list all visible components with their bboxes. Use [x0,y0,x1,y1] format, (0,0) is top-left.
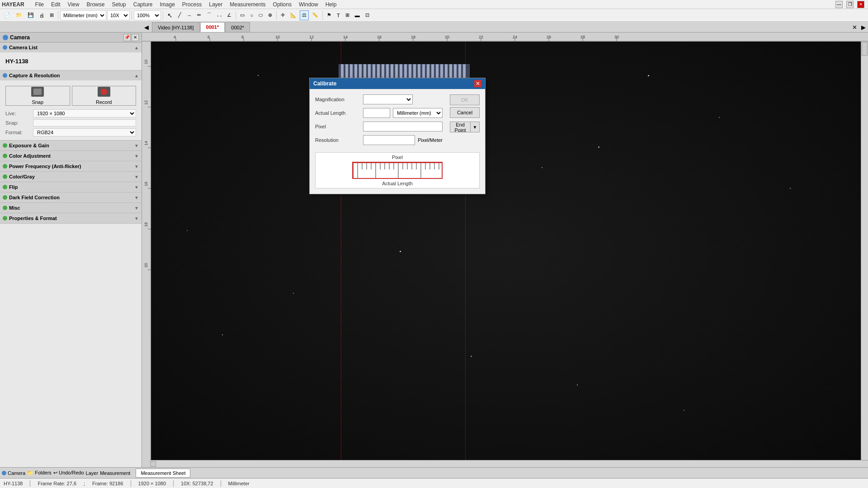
svg-rect-30 [142,42,151,467]
print-btn[interactable]: 🖨 [37,10,47,20]
layout-btn[interactable]: ⊞ [47,10,56,20]
horizontal-scrollbar[interactable] [142,460,868,467]
flip-header[interactable]: Flip ▼ [0,182,142,192]
menu-edit[interactable]: Edit [47,0,64,9]
menu-browse[interactable]: Browse [83,0,108,9]
layer-tab-btn[interactable]: Layer [86,470,99,476]
snap-button[interactable]: Snap [5,86,70,106]
panel-controls: 📌 ✕ [123,34,139,41]
save-btn[interactable]: 💾 [25,10,36,20]
panel-title: Camera [10,34,30,41]
cursor-btn[interactable]: ↖ [165,10,175,20]
magnification-dropdown[interactable] [363,94,413,104]
microscope-bg: 365,400 pixels, 1,000 mm [151,42,861,460]
text-btn[interactable]: T [335,10,342,20]
zoom-percent-select[interactable]: 100% [134,10,161,20]
tab-prev-btn[interactable]: ◀ [142,22,151,32]
circle-btn[interactable]: ○ [248,10,255,20]
magnification-select[interactable]: Millimeter (mm) [60,10,106,20]
resolution-input[interactable]: 365400,00 [363,135,415,145]
dialog-close-btn[interactable]: ✕ [474,80,481,87]
menu-view[interactable]: View [64,0,83,9]
ruler-marks-area [352,162,443,179]
camera-list-header[interactable]: Camera List ▲ [0,42,142,52]
measurement-sheet-tab[interactable]: Measurement Sheet [136,469,190,478]
calibrate-btn[interactable]: ⚖ [300,10,309,20]
dialog-body: Magnification Actual Length 1 [310,89,485,194]
dashed-btn[interactable]: - - [215,10,224,20]
undo-redo-tab-btn[interactable]: ↩ Undo/Redo [53,470,84,476]
panel-pin-btn[interactable]: 📌 [123,34,131,41]
color-adj-header[interactable]: Color Adjustment ▼ [0,151,142,161]
misc-header[interactable]: Misc ▼ [0,203,142,213]
bar-btn[interactable]: ▬ [353,10,362,20]
zoom-select[interactable]: 10X [107,10,130,20]
menu-file[interactable]: File [32,0,47,9]
canvas-area[interactable]: 365,400 pixels, 1,000 mm [151,42,861,460]
content-with-ruler: 10 12 14 16 18 20 [142,42,868,460]
menu-help[interactable]: Help [322,0,340,9]
ellipse-btn[interactable]: ⬭ [256,10,265,20]
exposure-header[interactable]: Exposure & Gain ▼ [0,141,142,150]
tab-0002[interactable]: 0002* [225,22,250,32]
capture-resolution-header[interactable]: Capture & Resolution ▲ [0,70,142,80]
angle-btn[interactable]: ∠ [225,10,234,20]
minimize-btn[interactable]: — [835,1,843,8]
end-point-btn[interactable]: End Point [450,122,471,132]
menu-setup[interactable]: Setup [108,0,129,9]
properties-header[interactable]: Properties & Format ▼ [0,213,142,223]
new-btn[interactable]: 📄 [2,10,13,20]
color-adj-section: Color Adjustment ▼ [0,151,142,161]
menu-layer[interactable]: Layer [205,0,226,9]
tab-video[interactable]: Video [HY-1138] [152,22,200,32]
panel-close-btn[interactable]: ✕ [132,34,139,41]
measurement-tab-btn[interactable]: Measurement [100,470,130,476]
menu-image[interactable]: Image [156,0,178,9]
move-btn[interactable]: ✛ [278,10,287,20]
ok-btn[interactable]: OK [450,94,480,105]
arrow-btn[interactable]: → [184,10,194,20]
folders-tab-btn[interactable]: 📁 Folders [27,470,52,476]
poly-btn[interactable]: ⌒ [204,10,214,20]
target-btn[interactable]: ⊕ [266,10,274,20]
menu-capture[interactable]: Capture [130,0,156,9]
dark-field-header[interactable]: Dark Field Correction ▼ [0,192,142,202]
color-gray-collapse-icon: ▼ [134,174,139,179]
vertical-scrollbar[interactable] [861,42,868,460]
pixel-input[interactable]: 365,400 [363,122,443,131]
freehand-btn[interactable]: ✏ [195,10,203,20]
unit-select[interactable]: Millimeter (mm) [393,108,443,118]
end-point-split-btn: End Point ▼ [450,122,480,132]
flip-section: Flip ▼ [0,182,142,192]
format-select[interactable]: RGB24 [33,128,136,136]
power-freq-header[interactable]: Power Frequency (Anti-flicker) ▼ [0,161,142,171]
end-point-arrow-btn[interactable]: ▼ [471,122,480,132]
color-gray-header[interactable]: Color/Gray ▼ [0,172,142,182]
toolbar: 📄 📁 💾 🖨 ⊞ Millimeter (mm) 10X 100% ↖ ╱ →… [0,9,868,22]
line-btn[interactable]: ╱ [176,10,184,20]
tab-next-btn[interactable]: ▶ [859,22,868,32]
tab-close-btn[interactable]: ✕ [850,22,859,32]
close-btn[interactable]: ✕ [857,1,864,8]
grid-btn[interactable]: ⊞ [343,10,352,20]
measure-btn[interactable]: 📏 [310,10,321,20]
open-btn[interactable]: 📁 [14,10,24,20]
live-select[interactable]: 868 × 488 [33,109,136,117]
extra-btn[interactable]: ⊡ [363,10,372,20]
scale-btn[interactable]: 📐 [288,10,299,20]
flag-btn[interactable]: ⚑ [325,10,334,20]
menu-window[interactable]: Window [295,0,322,9]
cancel-btn[interactable]: Cancel [450,107,480,118]
scroll-thumb-v[interactable] [862,42,868,56]
menu-measurements[interactable]: Measurements [226,0,269,9]
dialog-main-row: Magnification Actual Length 1 [315,94,480,149]
actual-length-input[interactable]: 1 [363,108,390,118]
rect-btn[interactable]: ▭ [238,10,247,20]
menu-process[interactable]: Process [179,0,205,9]
record-button[interactable]: Record [72,86,137,106]
resolution-label: Resolution [315,137,360,143]
camera-tab-btn[interactable]: Camera [2,470,25,476]
restore-btn[interactable]: ❐ [846,1,854,8]
menu-options[interactable]: Options [269,0,295,9]
tab-0001[interactable]: 0001* [200,22,225,32]
